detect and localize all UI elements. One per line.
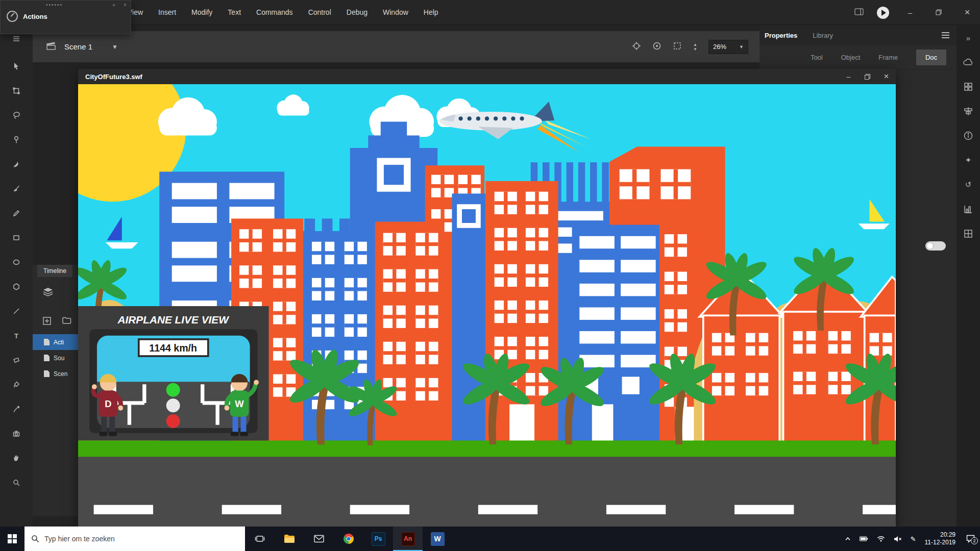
fluid-brush-tool[interactable]	[8, 156, 25, 173]
clip-content-icon[interactable]	[673, 41, 682, 53]
road	[78, 457, 896, 528]
zoom-stepper[interactable]: ▲▼	[693, 43, 697, 51]
pen-icon[interactable]: ✎	[911, 535, 916, 543]
menu-debug[interactable]: Debug	[347, 8, 368, 16]
subtab-object[interactable]: Object	[841, 54, 861, 61]
workspace-layout-icon[interactable]	[854, 8, 864, 17]
window-restore-button[interactable]	[931, 8, 946, 17]
menu-help[interactable]: Help	[424, 8, 438, 16]
lasso-tool[interactable]	[8, 107, 25, 124]
fragments-grid-icon[interactable]	[963, 228, 974, 239]
swf-close-button[interactable]: ×	[877, 69, 896, 84]
action-center-button[interactable]: 2	[966, 535, 975, 543]
taskbar-clock[interactable]: 20:29 11-12-2019	[925, 531, 956, 546]
eraser-tool[interactable]	[8, 352, 25, 369]
clock-date: 11-12-2019	[925, 539, 956, 546]
asset-warp-tool[interactable]	[8, 131, 25, 148]
panel-grip[interactable]: ••••••	[1, 2, 108, 8]
rectangle-tool[interactable]	[8, 229, 25, 246]
transform-icon[interactable]	[963, 204, 974, 215]
zoom-level-select[interactable]: 26% ▼	[708, 40, 748, 54]
layer-label: Scen	[54, 370, 67, 378]
tab-timeline[interactable]: Timeline	[37, 265, 72, 277]
align-icon[interactable]	[963, 106, 974, 117]
swf-restore-button[interactable]	[858, 69, 877, 84]
docked-panel-strip: » ✦ ↺	[957, 25, 980, 527]
window-minimize-button[interactable]: –	[902, 8, 918, 17]
cc-libraries-icon[interactable]	[963, 57, 974, 68]
taskbar-search[interactable]	[24, 527, 245, 551]
menu-text[interactable]: Text	[228, 8, 241, 16]
rotation-icon[interactable]	[652, 41, 662, 53]
polystar-tool[interactable]	[8, 278, 25, 295]
menu-commands[interactable]: Commands	[256, 8, 293, 16]
zoom-tool[interactable]	[8, 474, 25, 491]
collapse-panels-icon[interactable]: »	[963, 32, 974, 43]
start-button[interactable]	[0, 527, 24, 551]
test-movie-play-button[interactable]	[877, 7, 889, 19]
photoshop-button[interactable]: Ps	[363, 527, 393, 551]
mail-icon	[314, 535, 324, 543]
selection-tool[interactable]	[8, 58, 25, 75]
panel-close-icon[interactable]: ×	[119, 2, 131, 8]
clock-time: 20:29	[925, 531, 956, 539]
scene-dropdown-icon[interactable]: ▼	[112, 43, 118, 51]
oval-tool[interactable]	[8, 254, 25, 271]
hand-tool[interactable]	[8, 449, 25, 467]
panel-toggle-switch[interactable]	[925, 241, 946, 251]
pencil-tool[interactable]	[8, 205, 25, 222]
subtab-doc[interactable]: Doc	[916, 49, 946, 65]
hidden-icons-chevron[interactable]	[845, 536, 851, 541]
swf-stage[interactable]: AIRPLANE LIVE VIEW	[78, 84, 896, 528]
menu-insert[interactable]: Insert	[158, 8, 176, 16]
search-input[interactable]	[44, 535, 233, 543]
window-close-button[interactable]: ×	[960, 7, 975, 18]
layer-label: Sou	[54, 355, 64, 362]
tab-library[interactable]: Library	[813, 32, 833, 39]
info-icon[interactable]	[963, 130, 974, 141]
mail-button[interactable]	[304, 527, 334, 551]
subtab-tool[interactable]: Tool	[811, 54, 823, 61]
text-tool[interactable]: T	[8, 327, 25, 344]
word-button[interactable]: W	[423, 527, 452, 551]
wifi-icon[interactable]	[877, 536, 885, 542]
paint-bucket-tool[interactable]	[8, 376, 25, 393]
free-transform-tool[interactable]	[8, 82, 25, 99]
motion-presets-icon[interactable]: ✦	[963, 155, 974, 166]
task-view-button[interactable]	[245, 527, 275, 551]
center-stage-icon[interactable]	[632, 41, 641, 53]
zoom-level-value: 26%	[713, 43, 726, 51]
building-blue-right	[572, 225, 659, 442]
layer-label: Acti	[54, 339, 64, 346]
menu-modify[interactable]: Modify	[191, 8, 212, 16]
chrome-button[interactable]	[334, 527, 363, 551]
menu-window[interactable]: Window	[383, 8, 408, 16]
new-folder-icon[interactable]	[62, 317, 71, 327]
animate-button[interactable]: An	[393, 527, 423, 551]
swf-titlebar[interactable]: CityOfFuture3.swf – ×	[78, 69, 896, 84]
eyedropper-tool[interactable]	[8, 400, 25, 418]
character-left-letter: D	[105, 399, 111, 410]
tab-properties[interactable]: Properties	[765, 32, 797, 39]
battery-icon[interactable]	[860, 536, 868, 542]
subtab-frame[interactable]: Frame	[878, 54, 898, 61]
svg-text:T: T	[14, 332, 18, 340]
file-explorer-button[interactable]	[275, 527, 304, 551]
scene-name-label: Scene 1	[64, 42, 92, 51]
camera-tool[interactable]	[8, 425, 25, 442]
new-layer-icon[interactable]	[43, 317, 51, 327]
animate-icon: An	[401, 532, 415, 546]
volume-muted-icon[interactable]	[894, 536, 902, 542]
components-icon[interactable]	[963, 81, 974, 92]
menu-bar: View Insert Modify Text Commands Control…	[0, 0, 980, 25]
layers-stack-icon[interactable]	[43, 287, 53, 298]
line-tool[interactable]	[8, 303, 25, 320]
panel-collapse-icon[interactable]: »	[108, 2, 119, 8]
panel-menu-icon[interactable]	[942, 32, 949, 38]
swf-minimize-button[interactable]: –	[839, 69, 858, 84]
history-icon[interactable]: ↺	[963, 179, 974, 190]
edit-bar: Scene 1 ▼ ▲▼ 26% ▼	[33, 31, 760, 62]
menu-control[interactable]: Control	[308, 8, 331, 16]
classic-brush-tool[interactable]	[8, 180, 25, 197]
chrome-icon	[343, 533, 354, 544]
